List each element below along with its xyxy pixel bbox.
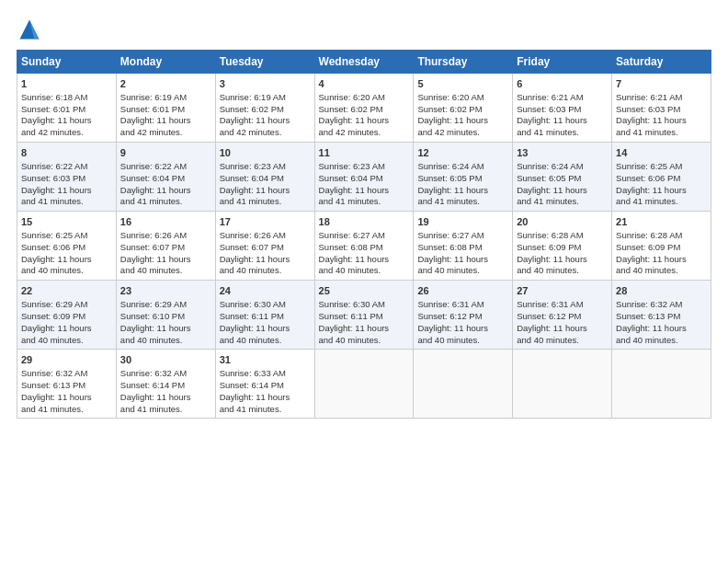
calendar-week-row: 1Sunrise: 6:18 AMSunset: 6:01 PMDaylight… bbox=[17, 74, 711, 143]
sunset-text: Sunset: 6:03 PM bbox=[616, 104, 680, 114]
daylight-hours-text: Daylight: 11 hours bbox=[417, 115, 488, 125]
sunrise-text: Sunrise: 6:22 AM bbox=[120, 161, 187, 171]
sunrise-text: Sunrise: 6:22 AM bbox=[21, 161, 87, 171]
daylight-minutes-text: and 40 minutes. bbox=[220, 335, 282, 345]
day-number: 24 bbox=[220, 284, 311, 298]
daylight-hours-text: Daylight: 11 hours bbox=[120, 254, 191, 264]
day-number: 15 bbox=[21, 215, 112, 229]
sunset-text: Sunset: 6:04 PM bbox=[120, 173, 185, 183]
calendar-cell: 30Sunrise: 6:32 AMSunset: 6:14 PMDayligh… bbox=[116, 350, 215, 419]
daylight-minutes-text: and 41 minutes. bbox=[616, 196, 678, 206]
sunrise-text: Sunrise: 6:26 AM bbox=[120, 230, 187, 240]
daylight-minutes-text: and 40 minutes. bbox=[417, 265, 480, 275]
day-number: 11 bbox=[319, 146, 410, 160]
sunset-text: Sunset: 6:11 PM bbox=[319, 311, 383, 321]
calendar-table: SundayMondayTuesdayWednesdayThursdayFrid… bbox=[17, 50, 711, 419]
sunset-text: Sunset: 6:07 PM bbox=[220, 242, 284, 252]
daylight-minutes-text: and 40 minutes. bbox=[120, 335, 183, 345]
calendar-week-row: 15Sunrise: 6:25 AMSunset: 6:06 PMDayligh… bbox=[17, 212, 711, 281]
day-number: 5 bbox=[417, 77, 508, 91]
sunrise-text: Sunrise: 6:20 AM bbox=[417, 92, 483, 102]
daylight-hours-text: Daylight: 11 hours bbox=[21, 115, 92, 125]
day-number: 12 bbox=[417, 146, 508, 160]
sunset-text: Sunset: 6:01 PM bbox=[120, 104, 185, 114]
sunset-text: Sunset: 6:09 PM bbox=[21, 311, 85, 321]
daylight-minutes-text: and 41 minutes. bbox=[417, 196, 480, 206]
daylight-minutes-text: and 41 minutes. bbox=[220, 196, 282, 206]
day-number: 17 bbox=[220, 215, 311, 229]
col-header-saturday: Saturday bbox=[612, 51, 711, 74]
sunset-text: Sunset: 6:12 PM bbox=[417, 311, 482, 321]
day-number: 29 bbox=[21, 353, 112, 367]
sunrise-text: Sunrise: 6:18 AM bbox=[21, 92, 87, 102]
daylight-hours-text: Daylight: 11 hours bbox=[220, 115, 290, 125]
sunrise-text: Sunrise: 6:33 AM bbox=[220, 368, 286, 378]
sunset-text: Sunset: 6:13 PM bbox=[616, 311, 680, 321]
calendar-week-row: 29Sunrise: 6:32 AMSunset: 6:13 PMDayligh… bbox=[17, 350, 711, 419]
calendar-week-row: 8Sunrise: 6:22 AMSunset: 6:03 PMDaylight… bbox=[17, 143, 711, 212]
calendar-cell: 22Sunrise: 6:29 AMSunset: 6:09 PMDayligh… bbox=[17, 281, 117, 350]
calendar-cell: 21Sunrise: 6:28 AMSunset: 6:09 PMDayligh… bbox=[612, 212, 711, 281]
day-number: 10 bbox=[220, 146, 311, 160]
sunrise-text: Sunrise: 6:21 AM bbox=[616, 92, 682, 102]
daylight-hours-text: Daylight: 11 hours bbox=[220, 392, 290, 402]
daylight-minutes-text: and 40 minutes. bbox=[517, 265, 579, 275]
daylight-minutes-text: and 40 minutes. bbox=[220, 265, 282, 275]
sunrise-text: Sunrise: 6:27 AM bbox=[417, 230, 483, 240]
sunrise-text: Sunrise: 6:23 AM bbox=[220, 161, 286, 171]
calendar-cell: 27Sunrise: 6:31 AMSunset: 6:12 PMDayligh… bbox=[513, 281, 612, 350]
logo-icon bbox=[17, 17, 42, 42]
sunrise-text: Sunrise: 6:20 AM bbox=[319, 92, 385, 102]
daylight-minutes-text: and 41 minutes. bbox=[517, 127, 579, 137]
daylight-hours-text: Daylight: 11 hours bbox=[120, 185, 191, 195]
calendar-cell: 1Sunrise: 6:18 AMSunset: 6:01 PMDaylight… bbox=[17, 74, 117, 143]
sunset-text: Sunset: 6:04 PM bbox=[220, 173, 284, 183]
sunset-text: Sunset: 6:03 PM bbox=[517, 104, 581, 114]
daylight-minutes-text: and 42 minutes. bbox=[417, 127, 480, 137]
sunset-text: Sunset: 6:06 PM bbox=[21, 242, 85, 252]
sunset-text: Sunset: 6:06 PM bbox=[616, 173, 680, 183]
daylight-minutes-text: and 40 minutes. bbox=[120, 265, 183, 275]
calendar-cell: 18Sunrise: 6:27 AMSunset: 6:08 PMDayligh… bbox=[314, 212, 414, 281]
sunrise-text: Sunrise: 6:19 AM bbox=[220, 92, 286, 102]
daylight-minutes-text: and 42 minutes. bbox=[319, 127, 381, 137]
calendar-cell bbox=[513, 350, 612, 419]
day-number: 30 bbox=[120, 353, 211, 367]
daylight-minutes-text: and 42 minutes. bbox=[220, 127, 282, 137]
sunrise-text: Sunrise: 6:29 AM bbox=[21, 299, 87, 309]
col-header-sunday: Sunday bbox=[17, 51, 117, 74]
daylight-hours-text: Daylight: 11 hours bbox=[120, 392, 191, 402]
day-number: 27 bbox=[517, 284, 608, 298]
calendar-cell: 8Sunrise: 6:22 AMSunset: 6:03 PMDaylight… bbox=[17, 143, 117, 212]
day-number: 18 bbox=[319, 215, 410, 229]
daylight-hours-text: Daylight: 11 hours bbox=[616, 254, 687, 264]
daylight-minutes-text: and 41 minutes. bbox=[120, 404, 183, 414]
calendar-cell: 11Sunrise: 6:23 AMSunset: 6:04 PMDayligh… bbox=[314, 143, 414, 212]
calendar-cell bbox=[612, 350, 711, 419]
sunrise-text: Sunrise: 6:24 AM bbox=[417, 161, 483, 171]
sunset-text: Sunset: 6:05 PM bbox=[417, 173, 482, 183]
daylight-minutes-text: and 41 minutes. bbox=[220, 404, 282, 414]
daylight-minutes-text: and 40 minutes. bbox=[21, 265, 84, 275]
daylight-hours-text: Daylight: 11 hours bbox=[120, 323, 191, 333]
sunrise-text: Sunrise: 6:32 AM bbox=[21, 368, 87, 378]
calendar-cell: 17Sunrise: 6:26 AMSunset: 6:07 PMDayligh… bbox=[215, 212, 314, 281]
calendar-cell: 23Sunrise: 6:29 AMSunset: 6:10 PMDayligh… bbox=[116, 281, 215, 350]
sunrise-text: Sunrise: 6:27 AM bbox=[319, 230, 385, 240]
calendar-cell: 19Sunrise: 6:27 AMSunset: 6:08 PMDayligh… bbox=[414, 212, 513, 281]
sunrise-text: Sunrise: 6:30 AM bbox=[220, 299, 286, 309]
sunrise-text: Sunrise: 6:19 AM bbox=[120, 92, 187, 102]
calendar-cell: 15Sunrise: 6:25 AMSunset: 6:06 PMDayligh… bbox=[17, 212, 117, 281]
page: SundayMondayTuesdayWednesdayThursdayFrid… bbox=[0, 0, 728, 563]
calendar-cell: 31Sunrise: 6:33 AMSunset: 6:14 PMDayligh… bbox=[215, 350, 314, 419]
sunset-text: Sunset: 6:02 PM bbox=[220, 104, 284, 114]
sunrise-text: Sunrise: 6:32 AM bbox=[616, 299, 682, 309]
daylight-hours-text: Daylight: 11 hours bbox=[21, 254, 92, 264]
day-number: 14 bbox=[616, 146, 707, 160]
header bbox=[17, 17, 711, 42]
sunrise-text: Sunrise: 6:23 AM bbox=[319, 161, 385, 171]
daylight-hours-text: Daylight: 11 hours bbox=[220, 323, 290, 333]
sunset-text: Sunset: 6:11 PM bbox=[220, 311, 284, 321]
daylight-minutes-text: and 41 minutes. bbox=[319, 196, 381, 206]
calendar-cell: 26Sunrise: 6:31 AMSunset: 6:12 PMDayligh… bbox=[414, 281, 513, 350]
